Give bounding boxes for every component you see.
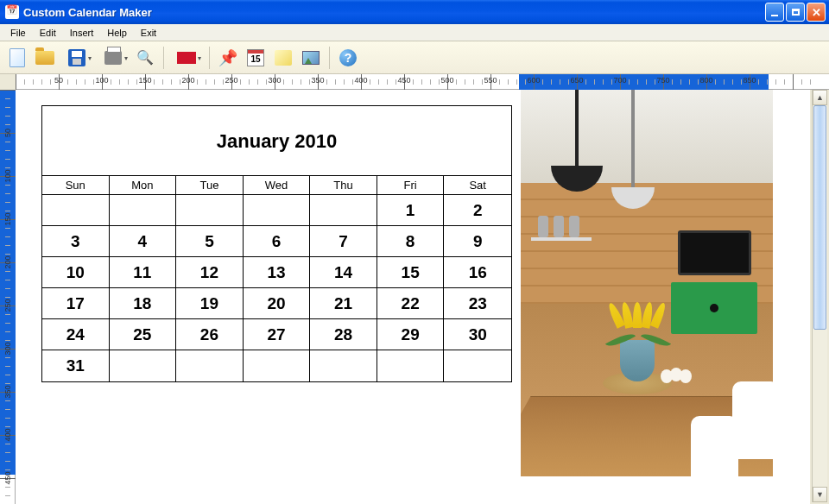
calendar-cell[interactable]: 17 xyxy=(42,288,110,319)
ruler-label: 200 xyxy=(3,255,12,270)
pin-button[interactable]: 📌 xyxy=(216,46,240,70)
calendar-day-header: Sun xyxy=(42,176,110,195)
language-button[interactable] xyxy=(170,46,203,70)
ruler-label: 700 xyxy=(613,76,626,85)
calendar-cell[interactable]: 25 xyxy=(110,319,177,350)
ruler-label: 600 xyxy=(527,76,540,85)
calendar-cell[interactable]: 29 xyxy=(377,319,445,350)
menu-exit[interactable]: Exit xyxy=(134,26,163,40)
help-button[interactable]: ? xyxy=(336,46,360,70)
calendar-cell[interactable]: 8 xyxy=(377,226,445,257)
ruler-label: 400 xyxy=(354,76,367,85)
calendar-cell[interactable]: 26 xyxy=(176,319,244,350)
calendar-cell[interactable]: 22 xyxy=(377,288,445,319)
calendar-cell[interactable] xyxy=(444,350,511,381)
calendar-cell[interactable]: 23 xyxy=(444,288,511,319)
calendar-cell[interactable]: 18 xyxy=(110,288,177,319)
photo-eggs xyxy=(661,369,692,383)
ruler-label: 650 xyxy=(570,76,583,85)
close-button[interactable] xyxy=(807,3,826,22)
calendar-cell[interactable]: 20 xyxy=(244,288,311,319)
ruler-label: 250 xyxy=(225,76,237,85)
calendar-cell[interactable]: 14 xyxy=(310,257,377,288)
canvas[interactable]: January 2010 SunMonTueWedThuFriSat123456… xyxy=(16,90,810,504)
calendar-cell[interactable]: 24 xyxy=(42,319,110,350)
ruler-label: 500 xyxy=(440,76,453,85)
image-button[interactable] xyxy=(299,46,323,70)
print-button[interactable] xyxy=(97,46,130,70)
calendar-day-header: Fri xyxy=(377,176,445,195)
vertical-scrollbar[interactable]: ▲ ▼ xyxy=(812,90,827,502)
vertical-ruler[interactable]: 50100150200250300350400450 xyxy=(0,90,16,504)
calendar-object[interactable]: January 2010 SunMonTueWedThuFriSat123456… xyxy=(41,105,512,382)
calendar-cell[interactable]: 16 xyxy=(444,257,511,288)
calendar-cell[interactable]: 7 xyxy=(310,226,377,257)
calendar-cell[interactable] xyxy=(110,195,177,226)
calendar-cell[interactable]: 19 xyxy=(176,288,244,319)
calendar-cell[interactable]: 13 xyxy=(244,257,311,288)
ruler-label: 350 xyxy=(311,76,324,85)
calendar-cell[interactable]: 27 xyxy=(244,319,311,350)
calendar-cell[interactable] xyxy=(377,350,445,381)
photo-shelf xyxy=(531,237,592,241)
minimize-button[interactable] xyxy=(765,3,784,22)
new-file-icon xyxy=(9,48,25,67)
calendar-cell[interactable]: 6 xyxy=(244,226,311,257)
scroll-thumb[interactable] xyxy=(813,105,826,330)
calendar-cell[interactable] xyxy=(176,195,244,226)
note-button[interactable] xyxy=(271,46,295,70)
menu-file[interactable]: File xyxy=(3,26,33,40)
calendar-cell[interactable]: 31 xyxy=(42,350,110,381)
photo-object[interactable] xyxy=(521,90,773,476)
note-icon xyxy=(275,50,292,66)
calendar-cell[interactable] xyxy=(310,350,377,381)
calendar-cell[interactable]: 12 xyxy=(176,257,244,288)
print-icon xyxy=(104,51,122,65)
calendar-cell[interactable]: 15 xyxy=(377,257,445,288)
menu-insert[interactable]: Insert xyxy=(63,26,101,40)
calendar-cell[interactable]: 11 xyxy=(110,257,177,288)
menu-bar: File Edit Insert Help Exit xyxy=(0,24,829,41)
help-icon: ? xyxy=(339,49,357,66)
menu-help[interactable]: Help xyxy=(100,26,134,40)
ruler-label: 350 xyxy=(3,384,12,400)
photo-cabinet xyxy=(671,282,757,334)
calendar-cell[interactable]: 1 xyxy=(377,195,445,226)
calendar-grid: SunMonTueWedThuFriSat1234567891011121314… xyxy=(42,175,511,381)
menu-edit[interactable]: Edit xyxy=(33,26,63,40)
ruler-label: 750 xyxy=(656,76,669,85)
calendar-cell[interactable] xyxy=(176,350,244,381)
open-button[interactable] xyxy=(33,46,57,70)
calendar-cell[interactable]: 4 xyxy=(110,226,177,257)
calendar-cell[interactable]: 2 xyxy=(444,195,511,226)
calendar-cell[interactable]: 21 xyxy=(310,288,377,319)
scroll-up-button[interactable]: ▲ xyxy=(813,90,827,105)
toolbar-separator xyxy=(163,47,164,69)
calendar-cell[interactable] xyxy=(42,195,110,226)
ruler-label: 150 xyxy=(138,76,151,85)
horizontal-ruler[interactable]: 5010015020025030035040045050055060065070… xyxy=(16,74,829,90)
calendar-cell[interactable] xyxy=(310,195,377,226)
maximize-button[interactable] xyxy=(786,3,805,22)
calendar-cell[interactable]: 5 xyxy=(176,226,244,257)
ruler-label: 100 xyxy=(3,168,12,184)
save-button[interactable] xyxy=(60,46,93,70)
calendar-cell[interactable]: 28 xyxy=(310,319,377,350)
scroll-down-button[interactable]: ▼ xyxy=(813,487,827,502)
scroll-track[interactable] xyxy=(813,105,827,487)
toolbar: 🔍 📌 15 ? xyxy=(0,41,829,74)
calendar-button[interactable]: 15 xyxy=(244,46,268,70)
calendar-cell[interactable] xyxy=(110,350,177,381)
calendar-cell[interactable]: 10 xyxy=(42,257,110,288)
calendar-day-header: Sat xyxy=(444,176,511,195)
zoom-button[interactable]: 🔍 xyxy=(133,46,157,70)
calendar-cell[interactable]: 3 xyxy=(42,226,110,257)
calendar-cell[interactable] xyxy=(244,195,311,226)
new-button[interactable] xyxy=(5,46,29,70)
calendar-cell[interactable]: 9 xyxy=(444,226,511,257)
photo-chair xyxy=(732,381,773,459)
ruler-label: 150 xyxy=(3,211,12,227)
calendar-cell[interactable]: 30 xyxy=(444,319,511,350)
toolbar-separator xyxy=(209,47,210,69)
calendar-cell[interactable] xyxy=(244,350,311,381)
